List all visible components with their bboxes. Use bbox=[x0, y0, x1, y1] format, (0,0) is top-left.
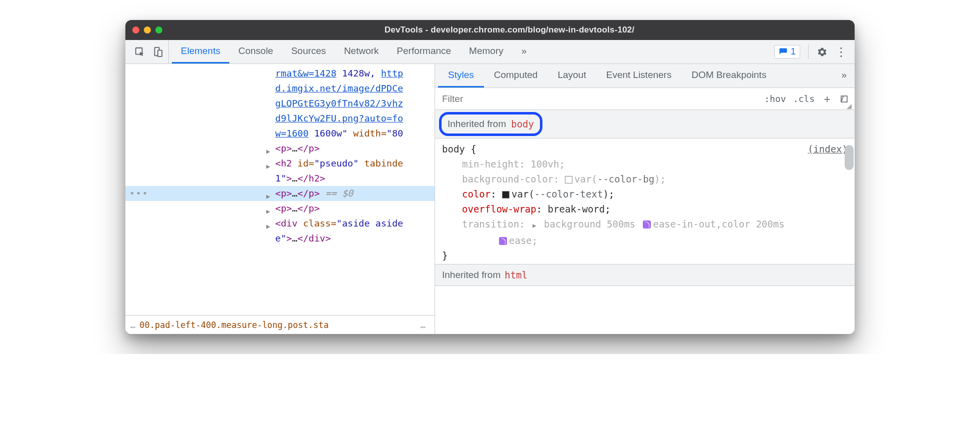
dom-tree[interactable]: rmat&w=1428 1428w, http d.imgix.net/imag… bbox=[125, 64, 435, 315]
breadcrumb-overflow-left[interactable]: … bbox=[130, 320, 135, 330]
inherited-from-body-header[interactable]: Inherited from body bbox=[439, 112, 542, 136]
toggle-hover-button[interactable]: :hov bbox=[764, 94, 786, 104]
new-style-rule-button[interactable]: ＋ bbox=[822, 92, 833, 106]
dom-node-div-cont[interactable]: e">…</div> bbox=[125, 231, 435, 246]
bezier-editor-icon[interactable] bbox=[499, 237, 507, 245]
issues-badge[interactable]: 1 bbox=[774, 45, 800, 58]
dom-node-wrap-line[interactable]: w=1600 1600w" width="80 bbox=[125, 126, 435, 141]
srcset-url-2-line3[interactable]: gLQPGtEG3y0fTn4v82/3vhz bbox=[275, 98, 403, 108]
bezier-editor-icon[interactable] bbox=[643, 220, 651, 228]
tabs-overflow[interactable]: » bbox=[512, 40, 536, 64]
css-value[interactable]: background 500ms bbox=[544, 218, 635, 230]
tab-network[interactable]: Network bbox=[335, 40, 388, 64]
rule-selector[interactable]: body bbox=[442, 144, 465, 154]
srcset-url-2-line2[interactable]: d.imgix.net/image/dPDCe bbox=[275, 83, 403, 94]
resize-handle-icon[interactable] bbox=[847, 104, 852, 109]
styles-panel: Styles Computed Layout Event Listeners D… bbox=[435, 64, 855, 334]
styles-filter-bar: :hov .cls ＋ bbox=[435, 88, 855, 110]
minimize-window-button[interactable] bbox=[144, 26, 151, 34]
dom-node-div[interactable]: ▶ <div class="aside aside bbox=[125, 216, 435, 231]
css-declaration[interactable]: overflow-wrap: break-word; bbox=[442, 202, 848, 216]
window-title: DevTools - developer.chrome.com/blog/new… bbox=[171, 25, 848, 35]
css-property[interactable]: min-height bbox=[462, 158, 519, 170]
subtab-styles[interactable]: Styles bbox=[438, 64, 484, 88]
expand-shorthand-icon[interactable]: ▶ bbox=[532, 222, 536, 229]
css-property[interactable]: overflow-wrap bbox=[462, 204, 536, 214]
css-declaration[interactable]: min-height: 100vh; bbox=[442, 156, 848, 172]
inherited-from-label: Inherited from bbox=[442, 268, 500, 282]
css-declaration[interactable]: transition: ▶ background 500ms ease-in-o… bbox=[442, 216, 848, 233]
css-property[interactable]: color bbox=[462, 188, 490, 200]
more-menu-icon[interactable]: ⋮ bbox=[836, 46, 847, 58]
color-swatch-icon[interactable] bbox=[565, 176, 572, 184]
tab-memory[interactable]: Memory bbox=[460, 40, 512, 64]
css-variable[interactable]: --color-bg bbox=[597, 174, 654, 184]
css-declaration[interactable]: background-color: var(--color-bg); bbox=[442, 172, 848, 186]
attr-width: width bbox=[353, 128, 381, 138]
srcset-descriptor-2: 1600w bbox=[314, 128, 342, 138]
svg-rect-2 bbox=[158, 50, 162, 56]
settings-icon[interactable] bbox=[817, 46, 828, 58]
dom-node-h2[interactable]: ▶ <h2 id="pseudo" tabinde bbox=[125, 156, 435, 171]
tab-console[interactable]: Console bbox=[229, 40, 282, 64]
subtab-event-listeners[interactable]: Event Listeners bbox=[596, 64, 681, 88]
panel-tabs: Elements Console Sources Network Perform… bbox=[172, 40, 535, 64]
styles-rules-list[interactable]: Inherited from body (index) body { min-h… bbox=[435, 110, 855, 334]
dom-node-h2-cont[interactable]: 1">…</h2> bbox=[125, 171, 435, 186]
css-property[interactable]: background-color bbox=[462, 174, 553, 184]
srcset-descriptor: 1428w bbox=[342, 68, 370, 78]
dom-node-wrap-line[interactable]: gLQPGtEG3y0fTn4v82/3vhz bbox=[125, 96, 435, 111]
tab-sources[interactable]: Sources bbox=[282, 40, 335, 64]
dom-node-p-selected[interactable]: ••• ▶ <p>…</p> == $0 bbox=[125, 186, 435, 201]
breadcrumb[interactable]: … 00.pad-left-400.measure-long.post.sta … bbox=[125, 315, 435, 334]
dom-node-wrap-line[interactable]: d.imgix.net/image/dPDCe bbox=[125, 81, 435, 96]
device-toolbar-icon[interactable] bbox=[152, 46, 163, 58]
rule-source-link[interactable]: (index) bbox=[808, 142, 848, 156]
elements-tree-panel: rmat&w=1428 1428w, http d.imgix.net/imag… bbox=[125, 64, 435, 334]
css-property[interactable]: transition bbox=[462, 218, 519, 230]
styles-subtabs: Styles Computed Layout Event Listeners D… bbox=[435, 64, 855, 88]
srcset-url-2-line4[interactable]: d9lJKcYw2FU.png?auto=fo bbox=[275, 113, 403, 124]
scrollbar-thumb[interactable] bbox=[845, 145, 854, 170]
inherited-from-element[interactable]: body bbox=[511, 116, 534, 132]
subtab-layout[interactable]: Layout bbox=[547, 64, 596, 88]
subtab-computed[interactable]: Computed bbox=[484, 64, 548, 88]
tab-elements[interactable]: Elements bbox=[172, 40, 229, 64]
zoom-window-button[interactable] bbox=[155, 26, 162, 34]
css-rule-body[interactable]: (index) body { min-height: 100vh; backgr… bbox=[435, 138, 855, 264]
styles-filter-input[interactable] bbox=[435, 88, 758, 110]
issues-count: 1 bbox=[791, 46, 796, 57]
dom-node-wrap-line[interactable]: d9lJKcYw2FU.png?auto=fo bbox=[125, 111, 435, 126]
gutter-overflow-icon[interactable]: ••• bbox=[129, 186, 149, 201]
inspect-element-icon[interactable] bbox=[134, 46, 145, 58]
window-controls bbox=[132, 26, 162, 34]
devtools-window: DevTools - developer.chrome.com/blog/new… bbox=[125, 20, 855, 334]
css-value[interactable]: 100vh bbox=[530, 158, 559, 170]
inherited-from-element[interactable]: html bbox=[504, 268, 527, 282]
tab-performance[interactable]: Performance bbox=[388, 40, 460, 64]
breadcrumb-overflow-right[interactable]: … bbox=[421, 320, 426, 330]
color-swatch-icon[interactable] bbox=[502, 191, 509, 198]
dom-node-p-1[interactable]: ▶ <p>…</p> bbox=[125, 141, 435, 156]
css-value[interactable]: color 200ms bbox=[722, 218, 785, 230]
close-window-button[interactable] bbox=[132, 26, 139, 34]
css-declaration-wrap[interactable]: ease; bbox=[442, 233, 848, 248]
css-value[interactable]: break-word bbox=[548, 204, 605, 214]
breadcrumb-current[interactable]: 00.pad-left-400.measure-long.post.sta bbox=[139, 320, 329, 330]
selected-node-indicator: == $0 bbox=[325, 188, 353, 198]
inherited-from-label: Inherited from bbox=[448, 116, 506, 132]
dom-node-p-3[interactable]: ▶ <p>…</p> bbox=[125, 201, 435, 216]
css-variable[interactable]: --color-text bbox=[534, 188, 603, 200]
srcset-url-2-line5[interactable]: w=1600 bbox=[275, 128, 309, 138]
inherited-from-html-header[interactable]: Inherited from html bbox=[435, 264, 855, 286]
srcset-url-fragment[interactable]: rmat&w=1428 bbox=[275, 68, 337, 78]
srcset-url-2-line1[interactable]: http bbox=[381, 68, 404, 78]
dom-node-img-srcset[interactable]: rmat&w=1428 1428w, http bbox=[125, 66, 435, 81]
main-toolbar: Elements Console Sources Network Perform… bbox=[125, 40, 855, 64]
subtabs-overflow[interactable]: » bbox=[836, 64, 852, 88]
css-declaration[interactable]: color: var(--color-text); bbox=[442, 186, 848, 202]
toggle-rendering-emulations-icon[interactable] bbox=[840, 94, 849, 104]
subtab-dom-breakpoints[interactable]: DOM Breakpoints bbox=[681, 64, 776, 88]
toggle-class-button[interactable]: .cls bbox=[793, 94, 815, 104]
titlebar: DevTools - developer.chrome.com/blog/new… bbox=[125, 20, 855, 40]
